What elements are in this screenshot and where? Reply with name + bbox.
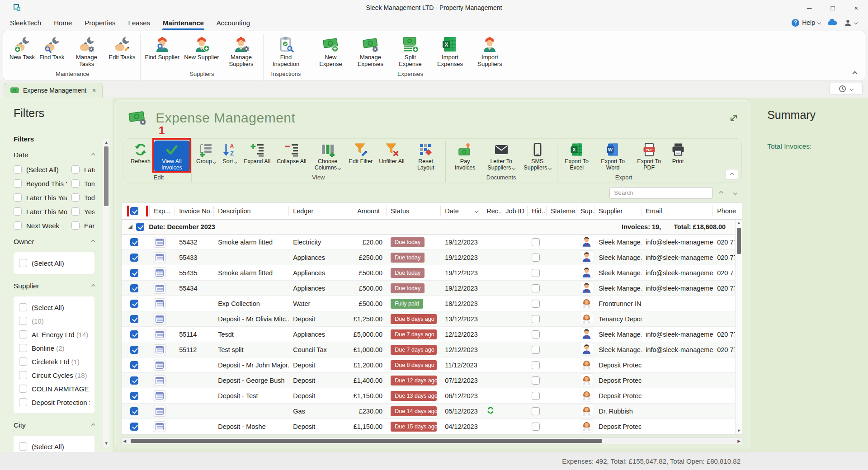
expense-form-icon[interactable]	[154, 314, 165, 324]
table-row[interactable]: Deposit - TestDeposit£1,150.00Due 13 day…	[122, 388, 742, 404]
expense-form-icon[interactable]	[154, 360, 165, 371]
table-row[interactable]: 55432Smoke alarm fittedElectricity£20.00…	[122, 235, 742, 250]
select-all-checkbox[interactable]	[130, 207, 138, 215]
row-checkbox[interactable]	[130, 238, 138, 246]
table-row[interactable]: 55114TesdtAppliances£5,000.00Due 7 days …	[122, 327, 742, 342]
table-row[interactable]: Gas£230.00Due 14 days ago05/12/2023Dr. R…	[122, 404, 742, 419]
hidden-checkbox[interactable]	[532, 269, 540, 277]
row-checkbox[interactable]	[130, 284, 138, 292]
hidden-checkbox[interactable]	[532, 407, 540, 415]
filter-option-earlier-thi[interactable]: Earlier Thi	[71, 221, 94, 230]
hidden-checkbox[interactable]	[532, 376, 540, 385]
menu-item-properties[interactable]: Properties	[78, 17, 122, 29]
filter-section-city[interactable]: City	[14, 421, 94, 429]
menu-item-maintenance[interactable]: Maintenance	[156, 17, 210, 29]
filter-option-circletek-ltd[interactable]: Circletek Ltd (1)	[18, 355, 90, 368]
filter-section-date[interactable]: Date	[14, 151, 94, 159]
toolbar-button-edit-filter[interactable]: Edit Filter	[346, 141, 376, 165]
ribbon-button-find-inspection[interactable]: Find Inspection	[266, 34, 305, 68]
row-checkbox[interactable]	[130, 423, 138, 431]
checkbox[interactable]	[19, 303, 27, 311]
checkbox[interactable]	[19, 259, 27, 267]
minimize-button[interactable]: ─	[797, 0, 821, 15]
history-dropdown[interactable]	[829, 83, 863, 95]
checkbox[interactable]	[14, 165, 22, 174]
toolbar-button-export-to-word[interactable]: W Export To Word	[595, 141, 631, 172]
filter-option-select-all[interactable]: (Select All)	[14, 165, 67, 174]
column-header-description[interactable]: Description	[214, 206, 289, 216]
column-header-stateme[interactable]: Stateme...	[547, 206, 576, 216]
column-header-job-id[interactable]: Job ID	[501, 206, 528, 216]
filter-option-select-all[interactable]: (Select All)	[18, 301, 90, 314]
toolbar-button-print[interactable]: Print	[668, 141, 689, 165]
group-expander-icon[interactable]	[128, 225, 132, 229]
checkbox[interactable]	[19, 371, 27, 379]
ribbon-button-find-task[interactable]: Find Task	[38, 34, 66, 62]
toolbar-button-view-all-invoices[interactable]: 1 View All Invoices	[154, 141, 189, 172]
scroll-right-icon[interactable]: ▶	[737, 439, 741, 443]
toolbar-button-letter-to-suppliers[interactable]: Letter To Suppliers	[484, 141, 519, 172]
hidden-checkbox[interactable]	[532, 423, 540, 431]
checkbox[interactable]	[19, 330, 27, 338]
hidden-checkbox[interactable]	[532, 361, 540, 369]
ribbon-button-split-expense[interactable]: Split Expense	[391, 34, 429, 68]
column-header-phone[interactable]: Phone	[713, 206, 742, 216]
filter-option-yesterday[interactable]: Yesterday	[71, 207, 94, 216]
filter-option-deposit-protection-service[interactable]: Deposit Protection Service (6)	[18, 395, 90, 409]
menu-item-sleektech[interactable]: SleekTech	[4, 17, 47, 29]
filters-scrollbar[interactable]: ▲ ▼	[103, 139, 109, 446]
menu-item-home[interactable]: Home	[47, 17, 78, 29]
maximize-button[interactable]: □	[821, 0, 844, 15]
toolbar-button-collapse-all[interactable]: Collapse All	[274, 141, 309, 165]
filter-option-al-energy-ltd[interactable]: AL Energy Ltd (14)	[18, 328, 90, 341]
ribbon-button-manage-suppliers[interactable]: Manage Suppliers	[222, 34, 260, 68]
account-button[interactable]	[844, 19, 857, 27]
hidden-checkbox[interactable]	[532, 346, 540, 354]
column-header-date[interactable]: Date	[441, 206, 482, 216]
help-button[interactable]: ? Help	[792, 19, 821, 27]
table-vertical-scrollbar[interactable]: ▲ ▼	[735, 220, 742, 434]
column-header-amount[interactable]: Amount	[353, 206, 387, 216]
ribbon-button-import-suppliers[interactable]: Import Suppliers	[470, 34, 509, 68]
row-checkbox[interactable]	[130, 315, 138, 323]
ribbon-button-new-supplier[interactable]: New Supplier	[182, 34, 221, 62]
expense-form-icon[interactable]	[154, 329, 165, 340]
column-header-invoice-no[interactable]: Invoice No.	[175, 206, 214, 216]
table-row[interactable]: 55434Appliances£500.00Due today19/12/202…	[122, 281, 742, 296]
toolbar-button-reset-layout[interactable]: Reset Layout	[408, 141, 443, 172]
ribbon-collapse-icon[interactable]	[852, 71, 857, 76]
expense-form-icon[interactable]	[154, 268, 165, 278]
close-tab-icon[interactable]: ×	[92, 87, 96, 94]
ribbon-button-manage-expenses[interactable]: Manage Expenses	[351, 34, 390, 68]
toolbar-button-pay-invoices[interactable]: Pay Invoices	[448, 141, 483, 172]
filter-option-today[interactable]: Today	[71, 193, 94, 202]
expense-form-icon[interactable]	[154, 298, 165, 309]
toolbar-button-export-to-pdf[interactable]: PDF Export To PDF	[632, 141, 667, 172]
table-row[interactable]: Deposit - Mr John Major...Deposit£1,200.…	[122, 357, 742, 373]
checkbox[interactable]	[14, 207, 22, 216]
hidden-checkbox[interactable]	[532, 238, 540, 246]
filter-option-circuit-cycles[interactable]: Circuit Cycles (18)	[18, 368, 90, 382]
column-header-status[interactable]: Status	[387, 206, 441, 216]
scroll-up-icon[interactable]: ▲	[104, 139, 108, 146]
search-input[interactable]	[609, 187, 712, 199]
menu-item-accounting[interactable]: Accounting	[210, 17, 256, 29]
checkbox[interactable]	[14, 221, 22, 230]
expand-groups-button[interactable]	[730, 188, 741, 198]
tab-expense-management[interactable]: Expense Management ×	[4, 83, 103, 98]
collapse-groups-button[interactable]	[716, 188, 726, 198]
table-horizontal-scrollbar[interactable]: ◀ ▶	[121, 437, 742, 444]
expand-panel-icon[interactable]	[728, 112, 740, 124]
checkbox[interactable]	[71, 207, 80, 216]
table-row[interactable]: 55435Smoke alarm fittedAppliances£500.00…	[122, 265, 742, 281]
column-header-hid[interactable]: Hid...	[528, 206, 547, 216]
checkbox[interactable]	[19, 442, 27, 451]
column-header-supplier[interactable]: Supplier	[594, 206, 642, 216]
expense-form-icon[interactable]	[154, 390, 165, 401]
filter-option-next-week[interactable]: Next Week	[14, 221, 67, 230]
row-checkbox[interactable]	[130, 376, 138, 385]
column-header-email[interactable]: Email	[642, 206, 713, 216]
toolbar-button-sort[interactable]: AZ Sort	[219, 141, 240, 165]
hidden-checkbox[interactable]	[532, 315, 540, 323]
cloud-icon[interactable]	[827, 19, 838, 27]
